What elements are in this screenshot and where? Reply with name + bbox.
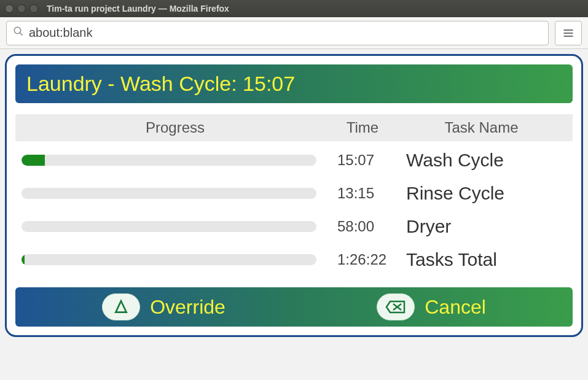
override-icon (102, 293, 140, 320)
window-title: Tim-ta run project Laundry — Mozilla Fir… (47, 4, 229, 14)
task-time: 58:00 (329, 218, 396, 235)
svg-point-0 (14, 27, 21, 34)
url-text: about:blank (29, 26, 92, 40)
window-minimize-icon[interactable] (17, 4, 26, 13)
task-name: Tasks Total (396, 249, 566, 270)
window-close-icon[interactable] (5, 4, 14, 13)
header-progress: Progress (22, 119, 329, 136)
task-name: Wash Cycle (396, 150, 566, 171)
window-titlebar: Tim-ta run project Laundry — Mozilla Fir… (0, 0, 588, 17)
table-row: 58:00 Dryer (15, 207, 573, 241)
override-label: Override (150, 296, 225, 319)
search-icon (13, 26, 24, 40)
progress-fill (22, 155, 45, 166)
task-time: 13:15 (329, 185, 396, 202)
browser-toolbar: about:blank (0, 17, 588, 49)
window-maximize-icon[interactable] (29, 4, 38, 13)
task-name: Rinse Cycle (396, 183, 566, 204)
header-task-name: Task Name (396, 119, 566, 136)
cancel-label: Cancel (425, 296, 486, 319)
url-bar[interactable]: about:blank (6, 21, 549, 45)
progress-fill (22, 254, 25, 265)
card-title: Laundry - Wash Cycle: 15:07 (26, 72, 562, 96)
cancel-icon (377, 293, 415, 320)
table-row: 1:26:22 Tasks Total (15, 241, 573, 274)
tasks-table: Progress Time Task Name 15:07 Wash Cycle… (15, 114, 573, 274)
table-row: 13:15 Rinse Cycle (15, 174, 573, 207)
svg-line-1 (20, 33, 23, 36)
task-name: Dryer (396, 216, 566, 237)
progress-bar (22, 155, 316, 166)
table-row: 15:07 Wash Cycle (15, 141, 573, 174)
task-time: 15:07 (329, 152, 396, 169)
task-time: 1:26:22 (329, 251, 396, 268)
project-card: Laundry - Wash Cycle: 15:07 Progress Tim… (5, 54, 583, 337)
cancel-button[interactable]: Cancel (377, 293, 486, 320)
progress-bar (22, 221, 316, 232)
card-header: Laundry - Wash Cycle: 15:07 (15, 64, 573, 103)
hamburger-menu-button[interactable] (555, 21, 582, 45)
header-time: Time (329, 119, 396, 136)
card-footer: Override Cancel (15, 287, 573, 327)
table-header: Progress Time Task Name (15, 114, 573, 141)
progress-bar (22, 254, 316, 265)
override-button[interactable]: Override (102, 293, 225, 320)
progress-bar (22, 188, 316, 199)
